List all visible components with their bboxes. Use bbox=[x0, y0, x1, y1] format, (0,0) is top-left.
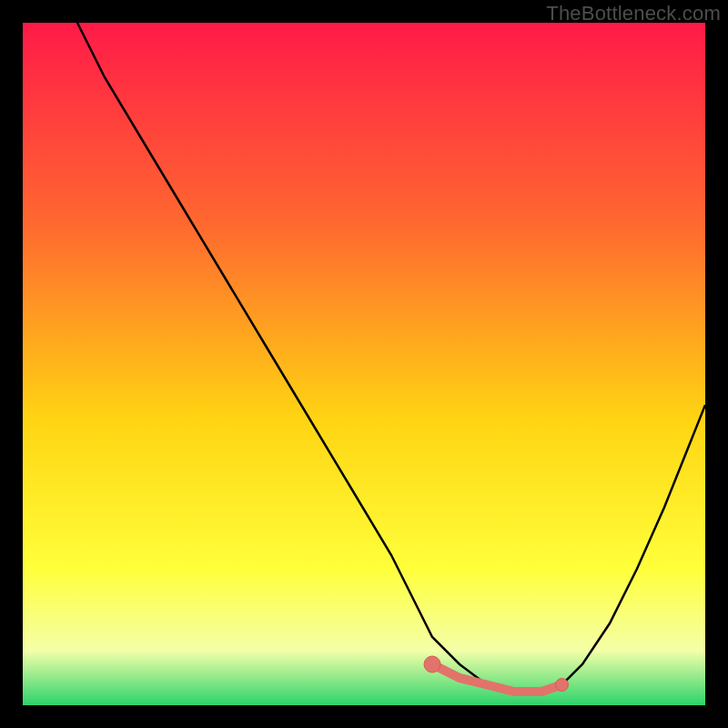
gradient-background bbox=[23, 23, 705, 705]
chart-svg bbox=[23, 23, 705, 705]
range-end-marker bbox=[556, 679, 569, 692]
plot-area bbox=[23, 23, 705, 705]
range-start-marker bbox=[424, 656, 440, 672]
chart-frame: TheBottleneck.com bbox=[0, 0, 728, 728]
